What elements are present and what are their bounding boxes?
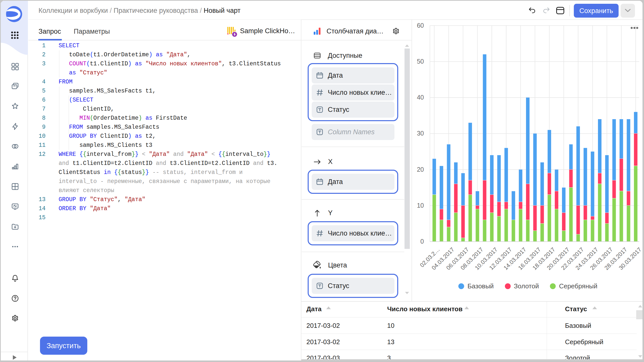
- svg-text:50: 50: [417, 58, 424, 65]
- svg-text:40: 40: [417, 94, 424, 101]
- svg-text:20: 20: [417, 166, 424, 173]
- svg-text:60: 60: [417, 22, 424, 29]
- svg-text:0: 0: [420, 238, 424, 245]
- svg-text:10: 10: [417, 202, 424, 209]
- svg-text:30: 30: [417, 130, 424, 137]
